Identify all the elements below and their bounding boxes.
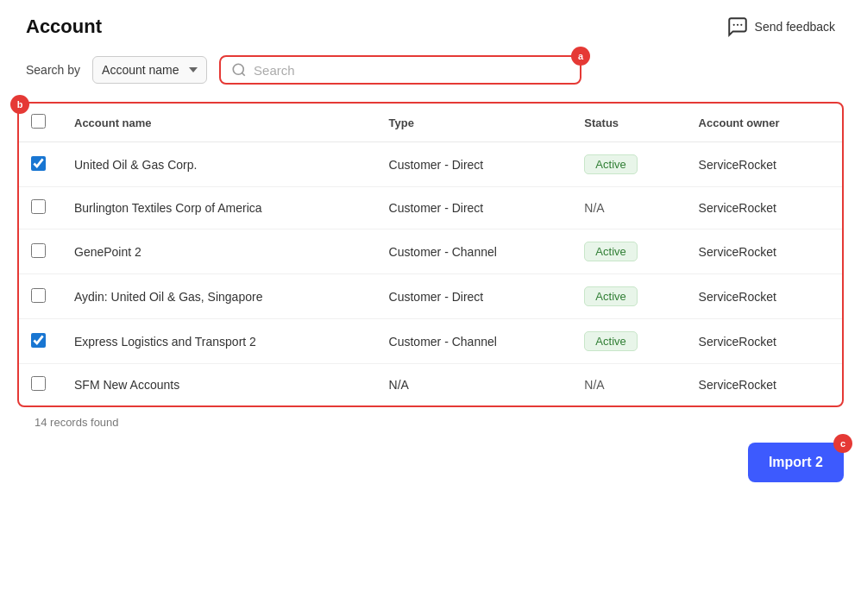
row-checkbox[interactable] [31, 333, 46, 348]
cell-owner: ServiceRocket [687, 229, 842, 274]
table-row: Aydin: United Oil & Gas, SingaporeCustom… [19, 274, 842, 319]
search-bar-row: Search by Account name Type Status Accou… [0, 47, 861, 102]
badge-c: c [833, 434, 852, 453]
table-row: SFM New AccountsN/AN/AServiceRocket [19, 364, 842, 406]
status-badge: Active [584, 331, 637, 351]
page-header: Account Send feedback [0, 0, 861, 47]
table-row: Express Logistics and Transport 2Custome… [19, 319, 842, 364]
cell-owner: ServiceRocket [687, 274, 842, 319]
search-by-label: Search by [26, 63, 80, 77]
cell-type: Customer - Direct [377, 187, 573, 229]
col-status: Status [572, 104, 686, 142]
row-checkbox[interactable] [31, 376, 46, 391]
cell-status: Active [572, 142, 686, 187]
page-title: Account [26, 16, 102, 38]
table-header-row: Account name Type Status Account owner [19, 104, 842, 142]
cell-account-name: Burlington Textiles Corp of America [62, 187, 377, 229]
table-section: b Account name Type Status Account owner… [0, 102, 861, 437]
row-checkbox[interactable] [31, 243, 46, 258]
cell-type: Customer - Direct [377, 142, 573, 187]
cell-status: N/A [572, 187, 686, 229]
table-row: GenePoint 2Customer - ChannelActiveServi… [19, 229, 842, 274]
cell-type: Customer - Direct [377, 274, 573, 319]
col-owner: Account owner [687, 104, 842, 142]
col-account-name: Account name [62, 104, 377, 142]
footer-area: c Import 2 [0, 437, 861, 506]
search-input-wrapper: a [219, 55, 581, 85]
row-checkbox-cell [19, 142, 62, 187]
cell-status: Active [572, 229, 686, 274]
accounts-table: Account name Type Status Account owner U… [19, 104, 842, 405]
search-icon [231, 62, 247, 78]
row-checkbox-cell [19, 319, 62, 364]
svg-point-1 [732, 24, 734, 26]
cell-owner: ServiceRocket [687, 187, 842, 229]
svg-point-2 [740, 24, 742, 26]
table-row: United Oil & Gas Corp.Customer - DirectA… [19, 142, 842, 187]
row-checkbox[interactable] [31, 156, 46, 171]
cell-status: Active [572, 319, 686, 364]
records-count: 14 records found [17, 407, 844, 437]
cell-type: N/A [377, 364, 573, 406]
row-checkbox-cell [19, 364, 62, 406]
svg-point-3 [233, 64, 243, 74]
select-all-checkbox[interactable] [31, 114, 46, 129]
row-checkbox[interactable] [31, 288, 46, 303]
cell-status: N/A [572, 364, 686, 406]
cell-owner: ServiceRocket [687, 142, 842, 187]
status-badge: Active [584, 154, 637, 174]
svg-point-0 [737, 24, 738, 26]
cell-owner: ServiceRocket [687, 364, 842, 406]
cell-account-name: Aydin: United Oil & Gas, Singapore [62, 274, 377, 319]
status-badge: Active [584, 286, 637, 306]
search-by-select[interactable]: Account name Type Status Account owner [92, 56, 207, 84]
cell-account-name: SFM New Accounts [62, 364, 377, 406]
feedback-button[interactable]: Send feedback [726, 16, 835, 38]
row-checkbox-cell [19, 187, 62, 229]
svg-line-4 [242, 72, 245, 75]
cell-account-name: GenePoint 2 [62, 229, 377, 274]
status-badge: Active [584, 242, 637, 261]
import-button[interactable]: Import 2 [748, 443, 844, 482]
feedback-label: Send feedback [755, 20, 835, 34]
row-checkbox[interactable] [31, 199, 46, 214]
cell-type: Customer - Channel [377, 229, 573, 274]
cell-status: Active [572, 274, 686, 319]
col-type: Type [377, 104, 573, 142]
row-checkbox-cell [19, 274, 62, 319]
cell-account-name: Express Logistics and Transport 2 [62, 319, 377, 364]
table-row: Burlington Textiles Corp of AmericaCusto… [19, 187, 842, 229]
badge-a: a [571, 47, 590, 66]
import-btn-wrapper: c Import 2 [748, 443, 844, 482]
cell-owner: ServiceRocket [687, 319, 842, 364]
badge-b: b [10, 95, 29, 114]
cell-account-name: United Oil & Gas Corp. [62, 142, 377, 187]
row-checkbox-cell [19, 229, 62, 274]
table-outer: b Account name Type Status Account owner… [17, 102, 844, 407]
cell-type: Customer - Channel [377, 319, 573, 364]
feedback-icon [726, 16, 749, 38]
search-input[interactable] [254, 63, 569, 78]
